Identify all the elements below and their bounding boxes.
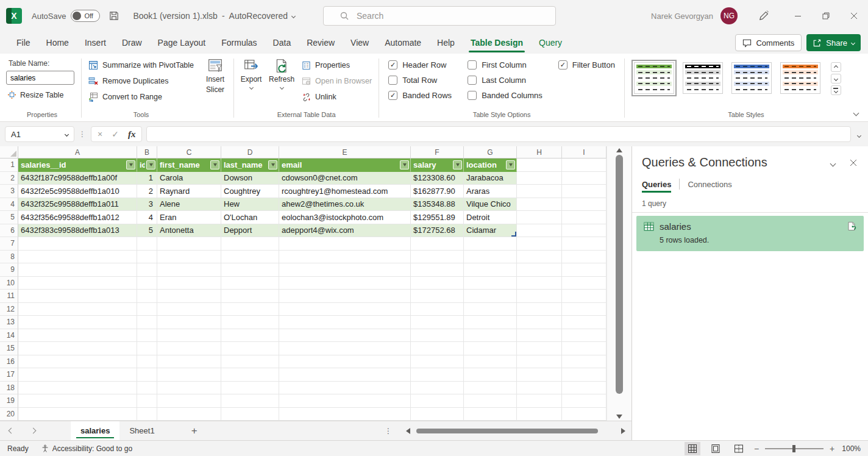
grid-cell[interactable]: [221, 329, 279, 343]
grid-cell[interactable]: [464, 408, 517, 421]
grid-cell[interactable]: [464, 277, 517, 290]
checkbox-icon[interactable]: [388, 91, 397, 100]
grid-cell[interactable]: [464, 303, 517, 316]
grid-cell[interactable]: [279, 355, 411, 369]
close-button[interactable]: [840, 0, 868, 32]
grid-cell[interactable]: [157, 316, 221, 329]
grid-cell[interactable]: [137, 408, 157, 421]
grid-cell[interactable]: [157, 394, 221, 408]
ribbon-tab-query[interactable]: Query: [531, 32, 570, 54]
grid-cell[interactable]: [279, 408, 411, 421]
table-data-cell[interactable]: Hew: [221, 198, 279, 212]
table-name-input[interactable]: [6, 71, 74, 85]
expand-formula-bar-button[interactable]: [855, 129, 863, 140]
remove-duplicates-button[interactable]: Remove Duplicates: [84, 73, 199, 89]
grid-cell[interactable]: [517, 172, 562, 185]
table-data-cell[interactable]: Antonetta: [157, 224, 221, 238]
grid-cell[interactable]: [137, 290, 157, 303]
grid-cell[interactable]: [157, 342, 221, 355]
table-data-cell[interactable]: $123308.60: [411, 172, 464, 185]
scroll-up-icon[interactable]: [616, 148, 622, 152]
table-data-cell[interactable]: Cidamar: [464, 224, 517, 238]
table-header-cell[interactable]: last_name: [221, 159, 279, 172]
table-data-cell[interactable]: Araras: [464, 185, 517, 198]
row-header-7[interactable]: 7: [0, 237, 18, 251]
grid-cell[interactable]: [464, 290, 517, 303]
grid-cell[interactable]: [18, 368, 137, 382]
comments-button[interactable]: Comments: [735, 34, 802, 51]
grid-cell[interactable]: [517, 159, 562, 172]
grid-cell[interactable]: [157, 290, 221, 303]
row-header-1[interactable]: 1: [0, 159, 18, 172]
column-header-H[interactable]: H: [517, 146, 562, 159]
grid-cell[interactable]: [464, 237, 517, 251]
grid-cell[interactable]: [464, 342, 517, 355]
sheet-tab-sheet1[interactable]: Sheet1: [119, 421, 164, 440]
grid-cell[interactable]: [411, 342, 464, 355]
table-data-cell[interactable]: 6432f325c99588deffb1a011: [18, 198, 137, 212]
grid-cell[interactable]: [517, 303, 562, 316]
grid-cell[interactable]: [562, 237, 607, 251]
row-header-10[interactable]: 10: [0, 277, 18, 290]
query-item-salaries[interactable]: salaries 5 rows loaded.: [636, 216, 864, 251]
table-data-cell[interactable]: ahew2@thetimes.co.uk: [279, 198, 411, 212]
checkbox-icon[interactable]: [468, 76, 477, 85]
ribbon-tab-draw[interactable]: Draw: [114, 32, 150, 54]
filter-button[interactable]: [210, 160, 219, 169]
grid-cell[interactable]: [137, 368, 157, 382]
grid-cell[interactable]: [562, 329, 607, 343]
column-header-C[interactable]: C: [157, 146, 221, 159]
page-break-view-button[interactable]: [731, 442, 747, 455]
column-header-A[interactable]: A: [18, 146, 137, 159]
zoom-slider[interactable]: [765, 448, 824, 449]
share-button[interactable]: Share: [806, 34, 861, 51]
row-header-18[interactable]: 18: [0, 382, 18, 395]
summarize-pivottable-button[interactable]: Summarize with PivotTable: [84, 57, 199, 73]
table-data-cell[interactable]: adepport4@wix.com: [279, 224, 411, 238]
checkbox-icon[interactable]: [388, 76, 397, 85]
avatar[interactable]: NG: [720, 7, 738, 24]
table-data-cell[interactable]: Dowson: [221, 172, 279, 185]
grid-cell[interactable]: [411, 290, 464, 303]
ribbon-tab-review[interactable]: Review: [299, 32, 343, 54]
ribbon-tab-insert[interactable]: Insert: [77, 32, 114, 54]
new-sheet-button[interactable]: +: [191, 425, 197, 437]
grid-cell[interactable]: [221, 316, 279, 329]
table-data-cell[interactable]: 3: [137, 198, 157, 212]
scroll-down-icon[interactable]: [616, 415, 622, 419]
query-peek-icon[interactable]: [847, 221, 856, 231]
grid-cell[interactable]: [279, 251, 411, 264]
row-header-15[interactable]: 15: [0, 342, 18, 355]
table-data-cell[interactable]: Raynard: [157, 185, 221, 198]
grid-cell[interactable]: [157, 237, 221, 251]
grid-cell[interactable]: [18, 342, 137, 355]
row-header-9[interactable]: 9: [0, 263, 18, 277]
row-header-17[interactable]: 17: [0, 368, 18, 382]
zoom-in-button[interactable]: +: [830, 444, 834, 454]
table-data-cell[interactable]: Vilque Chico: [464, 198, 517, 212]
export-button[interactable]: Export: [236, 56, 266, 89]
filter-button[interactable]: [400, 160, 409, 169]
grid-cell[interactable]: [221, 277, 279, 290]
table-style-dark[interactable]: [683, 62, 723, 94]
scroll-left-icon[interactable]: [406, 428, 410, 434]
column-header-D[interactable]: D: [221, 146, 279, 159]
table-data-cell[interactable]: Alene: [157, 198, 221, 212]
grid-cell[interactable]: [411, 303, 464, 316]
vertical-scrollbar[interactable]: [607, 146, 631, 421]
vscroll-thumb[interactable]: [616, 155, 623, 394]
ribbon-tab-automate[interactable]: Automate: [377, 32, 429, 54]
grid-cell[interactable]: [137, 316, 157, 329]
minimize-button[interactable]: [784, 0, 812, 32]
collapse-ribbon-button[interactable]: [854, 107, 858, 118]
pane-close-button[interactable]: [850, 159, 857, 166]
grid-cell[interactable]: [221, 355, 279, 369]
grid-cell[interactable]: [137, 342, 157, 355]
filter-button[interactable]: [146, 160, 155, 169]
table-data-cell[interactable]: Coughtrey: [221, 185, 279, 198]
grid-cell[interactable]: [137, 277, 157, 290]
normal-view-button[interactable]: [685, 442, 700, 455]
grid-cell[interactable]: [137, 251, 157, 264]
style-option-header-row[interactable]: Header Row: [388, 60, 452, 69]
formula-input[interactable]: [146, 126, 851, 142]
